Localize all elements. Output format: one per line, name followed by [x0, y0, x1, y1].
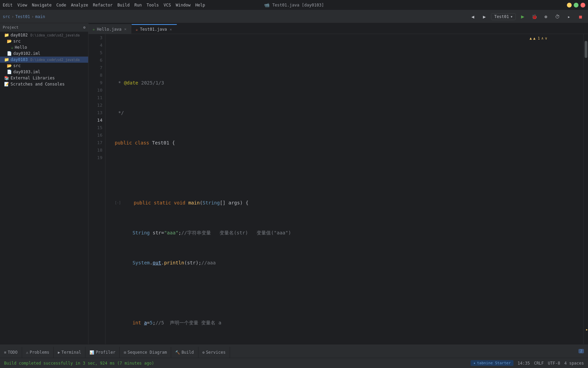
panel-actions: 2: [578, 349, 588, 353]
menu-navigate[interactable]: Navigate: [32, 3, 52, 7]
line-num-18: 18: [91, 147, 102, 154]
breadcrumb-method[interactable]: main: [35, 14, 45, 19]
profiler-icon: 📊: [89, 350, 94, 355]
run-with-coverage-button[interactable]: ⊕: [541, 12, 551, 21]
forward-button[interactable]: ▶: [479, 12, 489, 21]
tree-path: D:\idea_code\sd2_java\da: [31, 58, 80, 62]
status-indent[interactable]: 4 spaces: [564, 361, 584, 366]
warning-nav-down[interactable]: ∨: [545, 35, 547, 42]
code-line-9[interactable]: System.out.println(str);//aaa: [110, 259, 579, 266]
line-num-19: 19: [91, 154, 102, 162]
tabnine-icon: ✦: [473, 361, 476, 365]
minimize-button[interactable]: [567, 3, 572, 7]
tree-path: D:\idea_code\sd2_java\da: [31, 33, 80, 37]
menu-code[interactable]: Code: [56, 3, 66, 7]
code-text: ;: [152, 319, 155, 326]
bottom-tab-sequence[interactable]: ⊟ Sequence Diagram: [120, 347, 171, 358]
hello-tab-close[interactable]: ✕: [124, 27, 127, 32]
breadcrumb-src[interactable]: src: [3, 14, 10, 19]
code-text: * @date 2025/1/3: [110, 79, 164, 87]
tree-item-src2[interactable]: 📂 src: [0, 63, 88, 69]
close-button[interactable]: [581, 3, 585, 7]
code-line-10[interactable]: [110, 289, 579, 296]
tree-item-src1[interactable]: 📂 src: [0, 38, 88, 44]
line-num-7: 7: [91, 64, 102, 72]
tree-item-iml2[interactable]: 📄 day0103.iml: [0, 69, 88, 75]
menu-bar[interactable]: Edit View Navigate Code Analyze Refactor…: [3, 3, 205, 7]
bottom-tab-terminal[interactable]: ▶ Terminal: [54, 347, 85, 358]
build-label: Build: [181, 350, 194, 355]
line-num-4: 4: [91, 42, 102, 49]
tree-label: day0102: [11, 33, 28, 37]
menu-edit[interactable]: Edit: [3, 3, 13, 7]
back-button[interactable]: ◀: [468, 12, 477, 21]
warning-indicator[interactable]: ▲ ▲ 1 ∧ ∨: [527, 34, 549, 43]
menu-tools[interactable]: Tools: [147, 3, 159, 7]
test01-tab-close[interactable]: ✕: [169, 27, 173, 32]
run-config-selector[interactable]: Test01 ▾: [491, 13, 516, 20]
tab-hello[interactable]: ☕ Hello.java ✕: [88, 24, 132, 34]
breadcrumb-class[interactable]: Test01: [15, 14, 30, 19]
profile-button[interactable]: ⏱: [553, 12, 562, 21]
tree-label: src: [13, 63, 21, 68]
tree-item-iml1[interactable]: 📄 day0102.iml: [0, 50, 88, 57]
status-line-endings[interactable]: CRLF: [534, 361, 544, 366]
window-controls[interactable]: [567, 3, 585, 7]
code-text: [110, 259, 132, 266]
tree-item-external-libs[interactable]: 📚 External Libraries: [0, 75, 88, 81]
menu-build[interactable]: Build: [117, 3, 130, 7]
sidebar-settings-icon[interactable]: ⚙: [83, 25, 85, 30]
sidebar: Project ⚙ 📁 day0102 D:\idea_code\sd2_jav…: [0, 23, 88, 344]
code-line-4[interactable]: */: [110, 109, 579, 117]
code-type: String: [202, 199, 220, 206]
code-editor[interactable]: ▲ ▲ 1 ∧ ∨ * @date 2025/1/3 */ ▶ public c…: [105, 34, 583, 344]
panel-count-badge: 2: [578, 349, 584, 353]
line-num-8: 8: [91, 72, 102, 79]
maximize-button[interactable]: [574, 3, 578, 7]
menu-vcs[interactable]: VCS: [164, 3, 171, 7]
toolbar-actions: ◀ ▶ Test01 ▾ ▶ 🐞 ⊕ ⏱ ▸ ■: [468, 12, 585, 21]
status-charset[interactable]: UTF-8: [548, 361, 560, 366]
scrollbar-thumb[interactable]: [585, 41, 587, 58]
code-line-3[interactable]: * @date 2025/1/3: [110, 79, 579, 87]
bottom-tab-problems[interactable]: ⚠ Problems: [22, 347, 54, 358]
scrollbar[interactable]: [583, 34, 588, 344]
code-line-8[interactable]: String str="aaa";//字符串变量 变量名(str) 变量值("a…: [110, 229, 579, 236]
hello-tab-icon: ☕: [93, 27, 95, 31]
menu-help[interactable]: Help: [195, 3, 205, 7]
code-text: [110, 319, 132, 326]
tabnine-indicator[interactable]: ✦ tabnine Starter: [471, 360, 513, 366]
library-icon: 📚: [4, 76, 9, 80]
debug-button[interactable]: 🐞: [529, 12, 539, 21]
bottom-tab-services[interactable]: ⚙ Services: [198, 347, 230, 358]
code-line-7[interactable]: ▶ [-] public static void main(String[] a…: [110, 199, 579, 206]
line-num-5: 5: [91, 49, 102, 57]
code-line-11[interactable]: int a=5;//5 声明一个变量 变量名 a: [110, 319, 579, 326]
tree-item-hello[interactable]: ☕ Hello: [0, 44, 88, 50]
code-line-6[interactable]: [110, 169, 579, 177]
bottom-tab-profiler[interactable]: 📊 Profiler: [85, 347, 120, 358]
tree-item-scratches[interactable]: 📝 Scratches and Consoles: [0, 81, 88, 87]
breadcrumb-sep2: ›: [31, 14, 34, 19]
warning-nav-up[interactable]: ∧: [541, 35, 544, 42]
tree-item-day0103[interactable]: 📁 day0103 D:\idea_code\sd2_java\da: [0, 57, 88, 63]
editor-content: 3 4 5 6 7 8 9 10 11 12 13 14 15 16 17 18…: [88, 34, 588, 344]
menu-view[interactable]: View: [17, 3, 27, 7]
menu-refactor[interactable]: Refactor: [93, 3, 113, 7]
run-button[interactable]: ▶: [518, 12, 527, 21]
code-line-5[interactable]: ▶ public class Test01 {: [110, 139, 579, 147]
fold-icon[interactable]: [-]: [115, 199, 121, 206]
menu-run[interactable]: Run: [134, 3, 142, 7]
bottom-tab-build[interactable]: 🔨 Build: [171, 347, 198, 358]
bottom-tab-todo[interactable]: ≡ TODO: [0, 347, 22, 358]
menu-analyze[interactable]: Analyze: [71, 3, 88, 7]
title-center: 📹 Test01.java [day0103]: [264, 2, 324, 7]
stop-button[interactable]: ■: [576, 12, 585, 21]
line-num-11: 11: [91, 94, 102, 102]
menu-window[interactable]: Window: [176, 3, 191, 7]
tree-item-day0102[interactable]: 📁 day0102 D:\idea_code\sd2_java\da: [0, 32, 88, 38]
code-text: ;: [178, 229, 181, 236]
tab-test01[interactable]: ☕ Test01.java ✕: [132, 24, 177, 34]
folder-icon: 📁: [4, 57, 9, 62]
more-run-button[interactable]: ▸: [564, 12, 574, 21]
